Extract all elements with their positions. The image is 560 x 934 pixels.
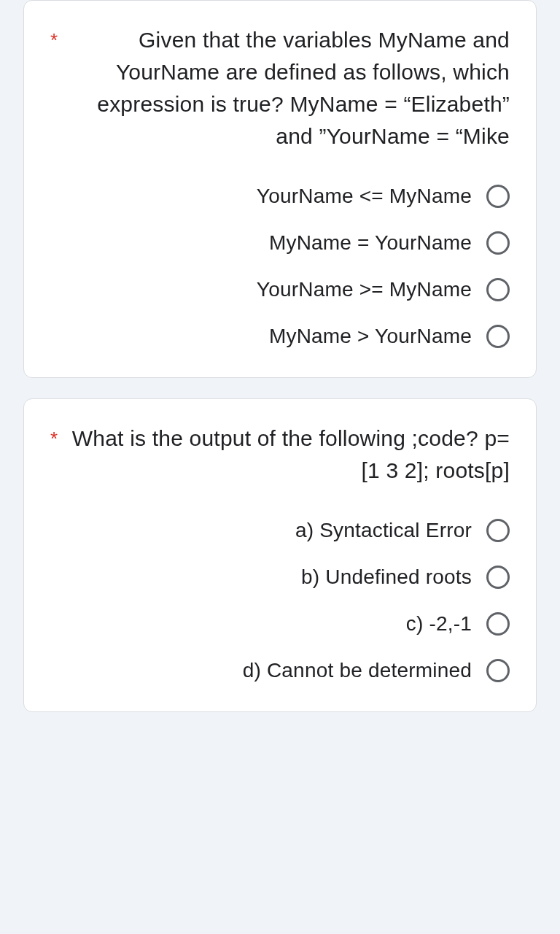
option-item[interactable]: d) Cannot be determined	[50, 659, 510, 682]
option-label: b) Undefined roots	[301, 566, 472, 589]
option-label: a) Syntactical Error	[295, 519, 472, 542]
question-card: * Given that the variables MyName and Yo…	[23, 0, 537, 378]
option-label: d) Cannot be determined	[243, 659, 472, 682]
question-card: * What is the output of the following ;c…	[23, 398, 537, 712]
radio-unchecked-icon	[486, 659, 510, 682]
question-header: * Given that the variables MyName and Yo…	[50, 24, 510, 153]
option-item[interactable]: a) Syntactical Error	[50, 519, 510, 542]
option-item[interactable]: c) -2,-1	[50, 612, 510, 636]
radio-unchecked-icon	[486, 566, 510, 589]
option-label: MyName = YourName	[269, 231, 472, 255]
option-label: MyName > YourName	[269, 325, 472, 348]
radio-unchecked-icon	[486, 612, 510, 636]
question-text: Given that the variables MyName and Your…	[71, 24, 510, 153]
option-item[interactable]: MyName = YourName	[50, 231, 510, 255]
option-item[interactable]: MyName > YourName	[50, 325, 510, 348]
option-item[interactable]: b) Undefined roots	[50, 566, 510, 589]
radio-unchecked-icon	[486, 231, 510, 255]
option-label: YourName <= MyName	[257, 185, 472, 208]
option-item[interactable]: YourName <= MyName	[50, 185, 510, 208]
option-label: YourName >= MyName	[257, 278, 472, 301]
option-item[interactable]: YourName >= MyName	[50, 278, 510, 301]
radio-unchecked-icon	[486, 185, 510, 208]
option-label: c) -2,-1	[406, 612, 472, 636]
options-group: YourName <= MyName MyName = YourName You…	[50, 185, 510, 348]
required-marker: *	[50, 422, 58, 452]
radio-unchecked-icon	[486, 325, 510, 348]
radio-unchecked-icon	[486, 278, 510, 301]
required-marker: *	[50, 24, 58, 53]
radio-unchecked-icon	[486, 519, 510, 542]
options-group: a) Syntactical Error b) Undefined roots …	[50, 519, 510, 682]
question-header: * What is the output of the following ;c…	[50, 422, 510, 487]
question-text: What is the output of the following ;cod…	[71, 422, 510, 487]
